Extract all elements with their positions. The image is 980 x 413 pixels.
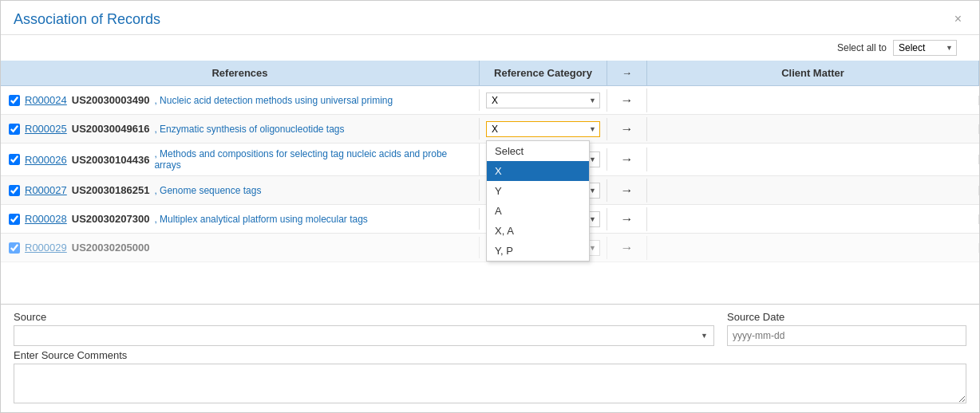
dropdown-option-yp[interactable]: Y, P [487,241,589,261]
source-date-label: Source Date [727,311,966,323]
category-cell: Select X Y A X, A Y, P [480,89,607,112]
select-all-row: Select all to Select X Y A X, A Y, P [1,35,979,61]
table-row: R000025 US20030049616 , Enzymatic synthe… [1,115,979,144]
header-reference-category: Reference Category [480,61,607,85]
client-matter-cell [647,186,979,195]
category-wrapper: Select X Y A X, A Y, P [486,121,600,137]
header-client-matter: Client Matter [647,61,979,85]
dropdown-option-a[interactable]: A [487,201,589,221]
client-matter-cell [647,214,979,224]
ref-num: US20030104436 [72,154,150,166]
source-date-input[interactable] [727,325,966,346]
category-cell: Select X Y A X, A Y, P Select X Y A [480,118,607,140]
arrow-cell: → [607,179,647,203]
comments-label: Enter Source Comments [14,349,127,361]
row-checkbox[interactable] [9,154,20,165]
ref-link[interactable]: R000024 [25,94,67,106]
row-checkbox[interactable] [9,95,20,106]
ref-desc: , Multiplex analytical platform using mo… [154,214,367,225]
ref-link[interactable]: R000027 [25,184,67,196]
ref-desc: , Nucleic acid detection methods using u… [154,95,393,106]
ref-cell: R000029 US20030205000 [1,237,480,258]
select-all-dropdown[interactable]: Select X Y A X, A Y, P [893,40,957,56]
ref-desc: , Enzymatic synthesis of oligonucleotide… [154,124,344,135]
dropdown-option-xa[interactable]: X, A [487,221,589,241]
arrow-cell: → [607,207,647,231]
source-date-group: Source Date [727,311,966,346]
comments-section: Enter Source Comments [14,349,966,406]
source-label: Source [14,311,714,323]
category-select-open[interactable]: Select X Y A X, A Y, P [486,121,600,137]
bottom-section: Source Source Date Enter Source Comments [1,304,979,412]
source-select-wrapper [14,325,714,346]
ref-cell: R000024 US20030003490 , Nucleic acid det… [1,89,480,111]
dropdown-overlay: Select X Y A X, A Y, P [486,140,590,262]
ref-link[interactable]: R000029 [25,242,67,254]
ref-num: US20030049616 [72,123,150,135]
row-checkbox[interactable] [9,214,20,225]
client-matter-cell [647,96,979,105]
header-references: References [1,61,480,85]
ref-cell: R000026 US20030104436 , Methods and comp… [1,144,480,175]
client-matter-cell [647,155,979,164]
dropdown-option-x[interactable]: X [487,161,589,181]
close-button[interactable]: × [950,10,966,28]
ref-link[interactable]: R000028 [25,213,67,225]
ref-num: US20030205000 [72,242,150,254]
ref-num: US20030207300 [72,213,150,225]
category-select[interactable]: Select X Y A X, A Y, P [486,92,600,108]
select-all-wrapper: Select X Y A X, A Y, P [893,40,957,56]
ref-num: US20030003490 [72,94,150,106]
table-body: R000024 US20030003490 , Nucleic acid det… [1,86,979,304]
ref-desc: , Genome sequence tags [154,185,261,196]
row-checkbox[interactable] [9,242,20,254]
dropdown-option-select[interactable]: Select [487,141,589,161]
ref-num: US20030186251 [72,184,150,196]
arrow-cell: → [607,148,647,171]
client-matter-cell [647,124,979,134]
client-matter-cell [647,243,979,253]
category-wrapper: Select X Y A X, A Y, P [486,92,600,108]
table-row: R000024 US20030003490 , Nucleic acid det… [1,86,979,115]
header-arrow: → [607,61,647,85]
ref-link[interactable]: R000026 [25,154,67,166]
source-group: Source [14,311,714,346]
arrow-cell: → [607,236,647,260]
ref-cell: R000027 US20030186251 , Genome sequence … [1,179,480,201]
comments-textarea[interactable] [14,364,966,403]
source-select[interactable] [14,325,714,346]
row-checkbox[interactable] [9,185,20,196]
select-all-label: Select all to [837,42,887,53]
comments-label-row: Enter Source Comments [14,349,966,361]
ref-desc: , Methods and compositions for selecting… [154,148,471,171]
arrow-cell: → [607,88,647,112]
dropdown-option-y[interactable]: Y [487,181,589,201]
table-header: References Reference Category → Client M… [1,61,979,86]
dialog-title: Association of Records [14,11,160,28]
table-container: References Reference Category → Client M… [1,61,979,304]
ref-link[interactable]: R000025 [25,123,67,135]
ref-cell: R000028 US20030207300 , Multiplex analyt… [1,208,480,230]
row-checkbox[interactable] [9,124,20,135]
dialog-header: Association of Records × [1,1,979,35]
arrow-cell: → [607,117,647,141]
source-row: Source Source Date [14,311,966,346]
association-dialog: Association of Records × Select all to S… [0,0,980,413]
ref-cell: R000025 US20030049616 , Enzymatic synthe… [1,118,480,140]
